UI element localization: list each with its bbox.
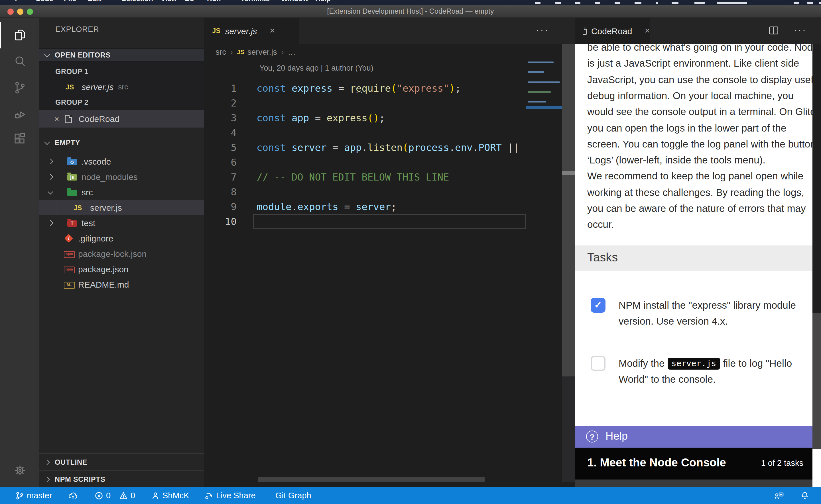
editor-group-label: GROUP 2 <box>39 95 204 110</box>
tree-item-readme-md[interactable]: README.md <box>39 277 204 292</box>
panel-tab-bar: CodeRoad × ··· <box>575 18 821 44</box>
menu-go[interactable]: Go <box>184 0 194 3</box>
chevron-down-icon <box>44 51 50 57</box>
tree-item--gitignore[interactable]: .gitignore <box>39 231 204 246</box>
code-line-4[interactable]: 4 <box>204 125 562 140</box>
code-line-9[interactable]: 9module.exports = server; <box>204 199 562 214</box>
tree-item--vscode[interactable]: ◇.vscode <box>39 154 204 169</box>
search-icon[interactable] <box>0 48 39 75</box>
status-0[interactable]: 0 <box>119 487 135 504</box>
status-bell[interactable] <box>800 487 809 504</box>
tree-item-src[interactable]: src <box>39 185 204 200</box>
src-folder-icon <box>67 188 77 196</box>
menu-run[interactable]: Run <box>207 0 221 3</box>
level-footer[interactable]: 1. Meet the Node Console 1 of 2 tasks <box>575 448 812 480</box>
task-checkbox-checked[interactable]: ✓ <box>591 298 605 313</box>
liveshare-icon <box>204 491 213 500</box>
settings-gear-icon[interactable] <box>0 457 39 483</box>
js-file-icon: JS <box>237 48 245 55</box>
tutorial-text-line: would see the console output in a termin… <box>587 106 821 118</box>
menubar-status-icon <box>535 2 540 4</box>
code-line-2[interactable]: 2 <box>204 96 562 110</box>
menu-file[interactable]: File <box>64 0 76 3</box>
task-text: Modify the server.js file to log "Hello <box>619 358 792 371</box>
gitlens-blame-codelens[interactable]: You, 20 days ago | 1 author (You) <box>260 64 373 72</box>
js-file-icon: JS <box>66 83 78 91</box>
code-line-1[interactable]: 1const express = require("express"); <box>204 81 562 96</box>
panel-resize-sash[interactable] <box>562 18 575 487</box>
tutorial-text-line: working at these challenges. By reading … <box>587 187 804 198</box>
tree-item-server-js[interactable]: JSserver.js <box>39 200 204 215</box>
open-editor-item[interactable]: ×CodeRoad <box>39 110 204 128</box>
extensions-icon[interactable] <box>0 126 39 152</box>
chevron-right-icon: › <box>230 47 233 56</box>
task-checkbox-unchecked[interactable] <box>591 356 605 371</box>
menu-code[interactable]: Code <box>35 0 53 3</box>
menu-window[interactable]: Window <box>281 0 309 3</box>
status-feedback[interactable] <box>774 487 784 504</box>
explorer-sidebar: EXPLORER OPEN EDITORS GROUP 1JSserver.js… <box>39 18 204 487</box>
status-shmck[interactable]: ShMcK <box>151 487 189 504</box>
status-live-share[interactable]: Live Share <box>204 487 256 504</box>
workspace-folder-header[interactable]: EMPTY <box>39 135 204 150</box>
breadcrumb-symbol[interactable]: … <box>288 47 296 56</box>
close-tab-icon[interactable]: × <box>645 26 650 36</box>
code-line-8[interactable]: 8 <box>204 185 562 199</box>
open-editors-header[interactable]: OPEN EDITORS <box>39 48 204 62</box>
menubar-status-icon <box>819 2 821 4</box>
webview-scrollbar-track[interactable] <box>812 44 821 313</box>
scrollbar-track[interactable] <box>562 44 575 376</box>
webview-scrollbar-thumb[interactable] <box>812 313 821 449</box>
tab-coderoad[interactable]: CodeRoad × <box>575 18 650 44</box>
task-text: version. Use version 4.x. <box>619 315 728 329</box>
test-folder-icon: T <box>67 219 77 227</box>
section-header-outline[interactable]: OUTLINE <box>39 453 204 470</box>
menu-edit[interactable]: Edit <box>88 0 101 3</box>
code-line-7[interactable]: 7// -- DO NOT EDIT BELOW THIS LINE <box>204 170 562 185</box>
status-master[interactable]: master <box>15 487 52 504</box>
tutorial-text-line: JavaScript, you can use the console to d… <box>587 74 821 86</box>
split-editor-icon[interactable] <box>769 26 779 38</box>
tree-item-node-modules[interactable]: jsnode_modules <box>39 169 204 185</box>
menu-terminal[interactable]: Terminal <box>241 0 270 3</box>
status-cloud[interactable] <box>68 487 77 504</box>
code-line-3[interactable]: 3const app = express(); <box>204 110 562 125</box>
cloud-icon <box>68 491 77 500</box>
section-header-npm-scripts[interactable]: NPM SCRIPTS <box>39 470 204 487</box>
status-git-graph[interactable]: Git Graph <box>275 487 311 504</box>
window-title-bar[interactable]: [Extension Development Host] - CodeRoad … <box>0 5 821 18</box>
breadcrumb-file[interactable]: server.js <box>248 47 277 56</box>
close-editor-icon[interactable]: × <box>54 114 59 124</box>
tutorial-text-line: you can be aware of the nature of errors… <box>587 203 806 215</box>
tree-item-package-lock-json[interactable]: package-lock.json <box>39 246 204 261</box>
menu-view[interactable]: View <box>161 0 177 3</box>
status-0[interactable]: 0 <box>95 487 111 504</box>
scrollbar-thumb[interactable] <box>562 171 575 175</box>
tree-item-test[interactable]: Ttest <box>39 215 204 231</box>
horizontal-scrollbar[interactable] <box>258 477 485 482</box>
panel-actions-more-icon[interactable]: ··· <box>794 24 807 36</box>
minimap[interactable] <box>526 60 562 134</box>
open-editor-item[interactable]: JSserver.jssrc <box>39 79 204 95</box>
code-line-5[interactable]: 5const server = app.listen(process.env.P… <box>204 140 562 155</box>
chevron-right-icon <box>48 159 53 164</box>
code-line-6[interactable]: 6 <box>204 155 562 170</box>
tutorial-text-line: debug information. On your local machine… <box>587 90 794 102</box>
explorer-icon[interactable] <box>0 22 39 48</box>
menu-selection[interactable]: Selection <box>121 0 153 3</box>
breadcrumb-src[interactable]: src <box>216 47 226 56</box>
apple-menu-icon[interactable]: ● <box>14 0 18 3</box>
breadcrumb[interactable]: src › JS server.js › … <box>204 44 562 60</box>
menu-help[interactable]: Help <box>315 0 331 3</box>
js-file-icon: JS <box>212 27 221 35</box>
run-debug-icon[interactable] <box>0 101 39 128</box>
source-control-icon[interactable] <box>0 75 39 101</box>
help-bar[interactable]: ? Help <box>575 426 812 448</box>
tab-server-js[interactable]: JS server.js × <box>204 18 299 44</box>
branch-icon <box>15 491 24 500</box>
git-file-icon <box>64 234 74 242</box>
close-tab-icon[interactable]: × <box>270 26 275 36</box>
tree-item-package-json[interactable]: package.json <box>39 261 204 277</box>
vscode-folder-icon: ◇ <box>67 157 77 165</box>
editor-actions-more-icon[interactable]: ··· <box>536 24 549 36</box>
